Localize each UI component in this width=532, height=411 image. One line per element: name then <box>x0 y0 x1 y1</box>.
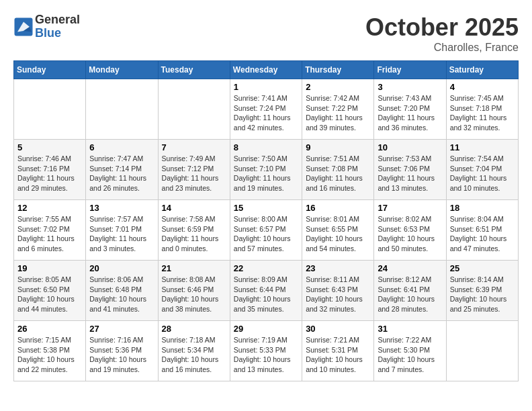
day-info: Sunrise: 7:54 AMSunset: 7:04 PMDaylight:… <box>450 154 515 193</box>
weekday-header-friday: Friday <box>374 61 446 79</box>
day-info: Sunrise: 7:22 AMSunset: 5:30 PMDaylight:… <box>378 335 442 375</box>
calendar-cell: 6Sunrise: 7:47 AMSunset: 7:14 PMDaylight… <box>86 140 158 200</box>
calendar-cell <box>446 321 518 381</box>
day-info: Sunrise: 8:00 AMSunset: 6:57 PMDaylight:… <box>234 214 298 254</box>
day-info: Sunrise: 8:09 AMSunset: 6:44 PMDaylight:… <box>234 275 298 314</box>
calendar-cell: 1Sunrise: 7:41 AMSunset: 7:24 PMDaylight… <box>230 79 302 140</box>
calendar-cell: 14Sunrise: 7:58 AMSunset: 6:59 PMDayligh… <box>158 200 230 261</box>
day-info: Sunrise: 7:46 AMSunset: 7:16 PMDaylight:… <box>17 154 82 193</box>
day-number: 29 <box>234 324 298 334</box>
calendar-cell: 16Sunrise: 8:01 AMSunset: 6:55 PMDayligh… <box>302 200 374 261</box>
day-number: 11 <box>450 142 515 152</box>
calendar-cell: 25Sunrise: 8:14 AMSunset: 6:39 PMDayligh… <box>446 261 518 321</box>
calendar-cell: 9Sunrise: 7:51 AMSunset: 7:08 PMDaylight… <box>302 140 374 200</box>
day-number: 20 <box>89 263 154 273</box>
day-number: 13 <box>89 203 154 213</box>
day-info: Sunrise: 7:53 AMSunset: 7:06 PMDaylight:… <box>378 154 442 193</box>
calendar-cell: 17Sunrise: 8:02 AMSunset: 6:53 PMDayligh… <box>374 200 446 261</box>
day-number: 28 <box>162 324 226 334</box>
day-number: 9 <box>306 142 370 152</box>
calendar-cell <box>158 79 230 140</box>
weekday-header-monday: Monday <box>86 61 158 79</box>
calendar-cell: 29Sunrise: 7:19 AMSunset: 5:33 PMDayligh… <box>230 321 302 381</box>
day-info: Sunrise: 7:43 AMSunset: 7:20 PMDaylight:… <box>378 93 442 133</box>
day-info: Sunrise: 7:57 AMSunset: 7:01 PMDaylight:… <box>89 214 154 254</box>
weekday-header-sunday: Sunday <box>14 61 86 79</box>
calendar-cell: 11Sunrise: 7:54 AMSunset: 7:04 PMDayligh… <box>446 140 518 200</box>
calendar-cell: 19Sunrise: 8:05 AMSunset: 6:50 PMDayligh… <box>14 261 86 321</box>
page-header: General Blue October 2025 Charolles, Fra… <box>13 13 519 54</box>
day-number: 1 <box>234 82 298 92</box>
day-number: 10 <box>378 142 442 152</box>
calendar-cell: 13Sunrise: 7:57 AMSunset: 7:01 PMDayligh… <box>86 200 158 261</box>
day-info: Sunrise: 8:01 AMSunset: 6:55 PMDaylight:… <box>306 214 370 254</box>
logo: General Blue <box>13 13 80 40</box>
logo-blue-text: Blue <box>35 26 61 40</box>
month-title: October 2025 <box>365 13 519 42</box>
day-number: 21 <box>162 263 226 273</box>
day-number: 31 <box>378 324 442 334</box>
logo-general: General <box>35 13 80 26</box>
calendar-cell: 28Sunrise: 7:18 AMSunset: 5:34 PMDayligh… <box>158 321 230 381</box>
day-number: 6 <box>89 142 154 152</box>
day-number: 14 <box>162 203 226 213</box>
calendar-cell: 12Sunrise: 7:55 AMSunset: 7:02 PMDayligh… <box>14 200 86 261</box>
day-number: 26 <box>17 324 82 334</box>
calendar-cell <box>14 79 86 140</box>
day-info: Sunrise: 7:42 AMSunset: 7:22 PMDaylight:… <box>306 93 370 133</box>
calendar-cell: 15Sunrise: 8:00 AMSunset: 6:57 PMDayligh… <box>230 200 302 261</box>
calendar-cell: 3Sunrise: 7:43 AMSunset: 7:20 PMDaylight… <box>374 79 446 140</box>
calendar-cell: 30Sunrise: 7:21 AMSunset: 5:31 PMDayligh… <box>302 321 374 381</box>
calendar-cell: 18Sunrise: 8:04 AMSunset: 6:51 PMDayligh… <box>446 200 518 261</box>
day-info: Sunrise: 7:41 AMSunset: 7:24 PMDaylight:… <box>234 93 298 133</box>
day-info: Sunrise: 8:14 AMSunset: 6:39 PMDaylight:… <box>450 275 515 314</box>
day-info: Sunrise: 8:08 AMSunset: 6:46 PMDaylight:… <box>162 275 226 314</box>
day-info: Sunrise: 7:55 AMSunset: 7:02 PMDaylight:… <box>17 214 82 254</box>
logo-text: General Blue <box>35 13 80 40</box>
calendar-week-4: 19Sunrise: 8:05 AMSunset: 6:50 PMDayligh… <box>14 261 519 321</box>
day-info: Sunrise: 7:18 AMSunset: 5:34 PMDaylight:… <box>162 335 226 375</box>
weekday-header-wednesday: Wednesday <box>230 61 302 79</box>
day-number: 5 <box>17 142 82 152</box>
calendar-cell <box>86 79 158 140</box>
day-info: Sunrise: 8:05 AMSunset: 6:50 PMDaylight:… <box>17 275 82 314</box>
day-number: 15 <box>234 203 298 213</box>
day-info: Sunrise: 7:49 AMSunset: 7:12 PMDaylight:… <box>162 154 226 193</box>
day-info: Sunrise: 8:02 AMSunset: 6:53 PMDaylight:… <box>378 214 442 254</box>
calendar-cell: 22Sunrise: 8:09 AMSunset: 6:44 PMDayligh… <box>230 261 302 321</box>
day-info: Sunrise: 8:04 AMSunset: 6:51 PMDaylight:… <box>450 214 515 254</box>
calendar-cell: 27Sunrise: 7:16 AMSunset: 5:36 PMDayligh… <box>86 321 158 381</box>
day-info: Sunrise: 7:16 AMSunset: 5:36 PMDaylight:… <box>89 335 154 375</box>
day-number: 27 <box>89 324 154 334</box>
day-number: 12 <box>17 203 82 213</box>
calendar-cell: 26Sunrise: 7:15 AMSunset: 5:38 PMDayligh… <box>14 321 86 381</box>
calendar: SundayMondayTuesdayWednesdayThursdayFrid… <box>13 60 519 381</box>
calendar-header: SundayMondayTuesdayWednesdayThursdayFrid… <box>14 61 519 79</box>
day-info: Sunrise: 7:50 AMSunset: 7:10 PMDaylight:… <box>234 154 298 193</box>
calendar-cell: 7Sunrise: 7:49 AMSunset: 7:12 PMDaylight… <box>158 140 230 200</box>
day-number: 24 <box>378 263 442 273</box>
day-number: 18 <box>450 203 515 213</box>
day-info: Sunrise: 8:12 AMSunset: 6:41 PMDaylight:… <box>378 275 442 314</box>
calendar-cell: 23Sunrise: 8:11 AMSunset: 6:43 PMDayligh… <box>302 261 374 321</box>
day-number: 19 <box>17 263 82 273</box>
day-number: 7 <box>162 142 226 152</box>
calendar-week-1: 1Sunrise: 7:41 AMSunset: 7:24 PMDaylight… <box>14 79 519 140</box>
day-info: Sunrise: 7:21 AMSunset: 5:31 PMDaylight:… <box>306 335 370 375</box>
calendar-week-2: 5Sunrise: 7:46 AMSunset: 7:16 PMDaylight… <box>14 140 519 200</box>
calendar-week-3: 12Sunrise: 7:55 AMSunset: 7:02 PMDayligh… <box>14 200 519 261</box>
day-number: 3 <box>378 82 442 92</box>
day-number: 25 <box>450 263 515 273</box>
day-number: 16 <box>306 203 370 213</box>
calendar-cell: 21Sunrise: 8:08 AMSunset: 6:46 PMDayligh… <box>158 261 230 321</box>
calendar-cell: 31Sunrise: 7:22 AMSunset: 5:30 PMDayligh… <box>374 321 446 381</box>
weekday-header-saturday: Saturday <box>446 61 518 79</box>
day-number: 4 <box>450 82 515 92</box>
calendar-cell: 20Sunrise: 8:06 AMSunset: 6:48 PMDayligh… <box>86 261 158 321</box>
calendar-cell: 8Sunrise: 7:50 AMSunset: 7:10 PMDaylight… <box>230 140 302 200</box>
weekday-header-tuesday: Tuesday <box>158 61 230 79</box>
day-number: 8 <box>234 142 298 152</box>
calendar-cell: 10Sunrise: 7:53 AMSunset: 7:06 PMDayligh… <box>374 140 446 200</box>
day-number: 22 <box>234 263 298 273</box>
calendar-cell: 5Sunrise: 7:46 AMSunset: 7:16 PMDaylight… <box>14 140 86 200</box>
